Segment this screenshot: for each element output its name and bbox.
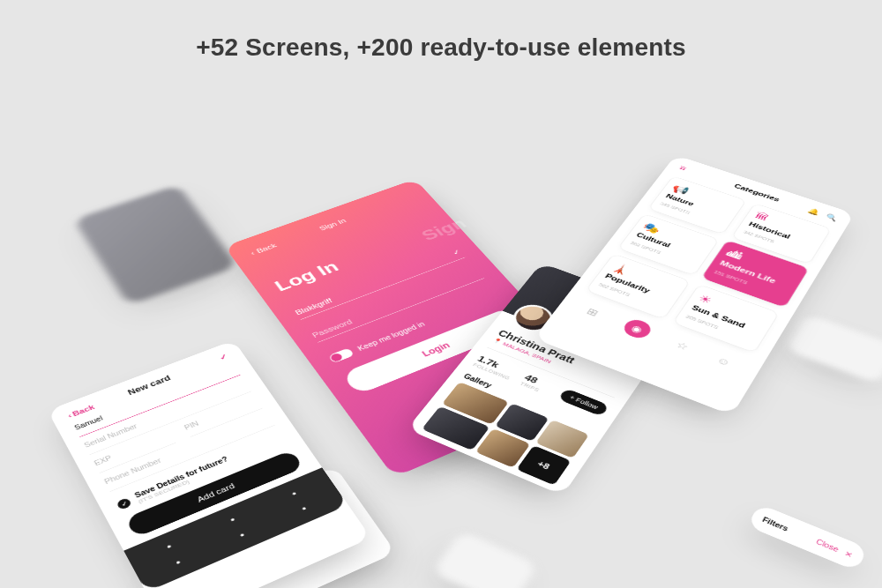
back-label: Back <box>255 242 278 254</box>
bell-icon[interactable]: 🔔 <box>806 206 821 216</box>
back-button[interactable]: ‹ Back <box>249 242 278 256</box>
search-icon[interactable]: 🔍 <box>824 212 839 222</box>
tab-grid-icon[interactable]: ⊞ <box>585 306 601 318</box>
decorative-card <box>785 314 882 384</box>
screen-title: Sign In <box>318 217 348 231</box>
signup-tab-ghost[interactable]: Sign <box>417 215 471 244</box>
remember-toggle[interactable] <box>328 347 355 363</box>
decorative-card <box>431 531 538 588</box>
tab-bookmark-icon[interactable]: ☆ <box>674 339 691 353</box>
filters-title: Filters <box>761 516 789 532</box>
decorative-photo-card <box>73 184 238 305</box>
filters-header: Filters Close <box>747 503 868 571</box>
tab-location-icon[interactable]: ◉ <box>620 316 654 340</box>
check-circle-icon: ✓ <box>116 497 132 510</box>
chevron-left-icon: ‹ <box>249 249 256 257</box>
tab-profile-icon[interactable]: ☺ <box>714 354 733 368</box>
close-button[interactable]: Close <box>815 538 840 554</box>
check-icon: ✓ <box>451 248 463 257</box>
trips-stat[interactable]: 48 TRIPS <box>519 371 548 392</box>
username-value: Blakkgriff <box>294 296 334 316</box>
mockup-stage: kings Sevilla 21.07 - 11.00 AM ‹ Back Ne… <box>0 0 882 588</box>
menu-icon[interactable]: ≡ <box>676 164 688 173</box>
